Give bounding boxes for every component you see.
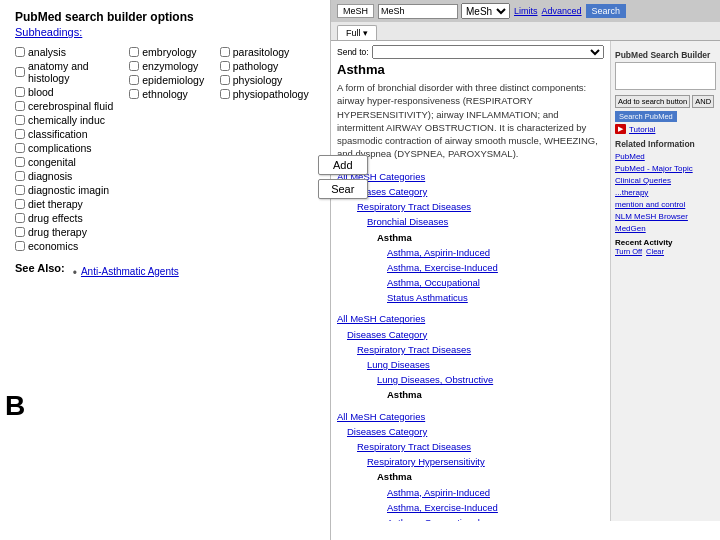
checkbox-anatomy[interactable]: anatomy and histology (15, 60, 129, 84)
tree2-obstructive[interactable]: Lung Diseases, Obstructive (337, 372, 604, 387)
checkbox-enzymology[interactable]: enzymology (129, 60, 219, 72)
checkbox-csf[interactable]: cerebrospinal fluid (15, 100, 129, 112)
mesh-tree-3: All MeSH Categories Diseases Category Re… (337, 409, 604, 521)
checkbox-diagnostic[interactable]: diagnostic imagin (15, 184, 129, 196)
mesh-tag: MeSH (337, 4, 374, 18)
tree3-respiratory[interactable]: Respiratory Tract Diseases (337, 439, 604, 454)
checkbox-analysis-input[interactable] (15, 47, 25, 57)
checkbox-drug-effects-input[interactable] (15, 213, 25, 223)
tree2-asthma-bold: Asthma (337, 387, 604, 402)
checkbox-drug-therapy[interactable]: drug therapy (15, 226, 129, 238)
checkbox-drug-effects[interactable]: drug effects (15, 212, 129, 224)
search-type-select[interactable]: MeSh (461, 3, 510, 19)
checkbox-congenital-input[interactable] (15, 157, 25, 167)
tree2-diseases[interactable]: Diseases Category (337, 327, 604, 342)
pubmed-sidebar: PubMed Search Builder Add to search butt… (610, 41, 720, 521)
checkbox-classification[interactable]: classification (15, 128, 129, 140)
tree1-diseases[interactable]: Diseases Category (337, 184, 604, 199)
tree3-hypersensitivity[interactable]: Respiratory Hypersensitivity (337, 454, 604, 469)
checkbox-pathology[interactable]: pathology (220, 60, 315, 72)
checkbox-physiology-input[interactable] (220, 75, 230, 85)
tree2-respiratory[interactable]: Respiratory Tract Diseases (337, 342, 604, 357)
tree1-bronchial[interactable]: Bronchial Diseases (337, 214, 604, 229)
and-button[interactable]: AND (692, 95, 714, 108)
tree3-occupational[interactable]: Asthma, Occupational (337, 515, 604, 521)
tree3-exercise[interactable]: Asthma, Exercise-Induced (337, 500, 604, 515)
add-button[interactable]: Add (318, 155, 368, 175)
checkbox-epidemiology-input[interactable] (129, 75, 139, 85)
subheadings-link[interactable]: Subheadings: (15, 26, 315, 38)
tree1-occupational[interactable]: Asthma, Occupational (337, 275, 604, 290)
mesh-search-input[interactable] (378, 4, 458, 19)
checkbox-pathology-input[interactable] (220, 61, 230, 71)
checkbox-complications[interactable]: complications (15, 142, 129, 154)
content-tabs: Full ▾ (331, 22, 720, 41)
checkbox-congenital[interactable]: congenital (15, 156, 129, 168)
anti-asthmatic-link[interactable]: Anti-Asthmatic Agents (81, 266, 179, 277)
related-therapy-link[interactable]: ...therapy (615, 187, 716, 199)
see-also-links: • Anti-Asthmatic Agents (73, 262, 179, 280)
checkbox-diagnostic-input[interactable] (15, 185, 25, 195)
checkbox-chemically-input[interactable] (15, 115, 25, 125)
add-to-search-button[interactable]: Add to search button (615, 95, 690, 108)
checkbox-csf-input[interactable] (15, 101, 25, 111)
tree1-all-mesh[interactable]: All MeSH Categories (337, 169, 604, 184)
related-pubmed-link[interactable]: PubMed (615, 151, 716, 163)
checkbox-blood[interactable]: blood (15, 86, 129, 98)
tutorial-link[interactable]: Tutorial (629, 125, 655, 134)
checkbox-economics-input[interactable] (15, 241, 25, 251)
related-nlm-link[interactable]: NLM MeSH Browser (615, 211, 716, 223)
checkbox-parasitology[interactable]: parasitology (220, 46, 315, 58)
checkbox-col2: embryology enzymology epidemiology ethno… (129, 46, 219, 254)
tree1-respiratory[interactable]: Respiratory Tract Diseases (337, 199, 604, 214)
checkbox-anatomy-input[interactable] (15, 67, 25, 77)
tree2-all-mesh[interactable]: All MeSH Categories (337, 311, 604, 326)
checkbox-parasitology-input[interactable] (220, 47, 230, 57)
checkbox-chemically[interactable]: chemically induc (15, 114, 129, 126)
related-mention-link[interactable]: mention and control (615, 199, 716, 211)
tree2-lung[interactable]: Lung Diseases (337, 357, 604, 372)
mesh-browser-area: Send to: Asthma A form of bronchial diso… (331, 41, 610, 521)
tree1-status[interactable]: Status Asthmaticus (337, 290, 604, 305)
main-container: PubMed search builder options Subheading… (0, 0, 720, 540)
turn-off-link[interactable]: Turn Off (615, 247, 642, 256)
checkbox-embryology-input[interactable] (129, 47, 139, 57)
checkbox-physiopathology[interactable]: physiopathology (220, 88, 315, 100)
checkbox-diet-input[interactable] (15, 199, 25, 209)
full-tab[interactable]: Full ▾ (337, 25, 377, 40)
related-medgen-link[interactable]: MedGen (615, 223, 716, 235)
checkbox-ethnology[interactable]: ethnology (129, 88, 219, 100)
checkbox-physiology[interactable]: physiology (220, 74, 315, 86)
checkbox-epidemiology[interactable]: epidemiology (129, 74, 219, 86)
advanced-link[interactable]: Advanced (542, 6, 582, 16)
search-button[interactable]: Sear (318, 179, 368, 199)
send-to-select[interactable] (372, 45, 604, 59)
checkbox-blood-input[interactable] (15, 87, 25, 97)
search-pubmed-button[interactable]: Search PubMed (615, 111, 677, 122)
checkbox-classification-input[interactable] (15, 129, 25, 139)
pubmed-search-textarea[interactable] (615, 62, 716, 90)
checkbox-diagnosis-input[interactable] (15, 171, 25, 181)
checkbox-enzymology-input[interactable] (129, 61, 139, 71)
search-go-button[interactable]: Search (586, 4, 627, 18)
checkbox-physiopathology-input[interactable] (220, 89, 230, 99)
tree3-aspirin[interactable]: Asthma, Aspirin-Induced (337, 485, 604, 500)
checkbox-diet[interactable]: diet therapy (15, 198, 129, 210)
checkbox-diagnosis[interactable]: diagnosis (15, 170, 129, 182)
related-clinical-link[interactable]: Clinical Queries (615, 175, 716, 187)
checkbox-drug-therapy-input[interactable] (15, 227, 25, 237)
tree3-all-mesh[interactable]: All MeSH Categories (337, 409, 604, 424)
tree3-diseases[interactable]: Diseases Category (337, 424, 604, 439)
tree1-aspirin[interactable]: Asthma, Aspirin-Induced (337, 245, 604, 260)
limits-link[interactable]: Limits (514, 6, 538, 16)
checkbox-ethnology-input[interactable] (129, 89, 139, 99)
checkbox-embryology[interactable]: embryology (129, 46, 219, 58)
tree1-exercise[interactable]: Asthma, Exercise-Induced (337, 260, 604, 275)
checkbox-economics[interactable]: economics (15, 240, 129, 252)
anti-asthmatic-item: • Anti-Asthmatic Agents (73, 266, 179, 280)
related-pubmed-major-link[interactable]: PubMed - Major Topic (615, 163, 716, 175)
checkbox-complications-input[interactable] (15, 143, 25, 153)
checkbox-analysis[interactable]: analysis (15, 46, 129, 58)
youtube-icon: ▶ (615, 124, 626, 134)
clear-link[interactable]: Clear (646, 247, 664, 256)
